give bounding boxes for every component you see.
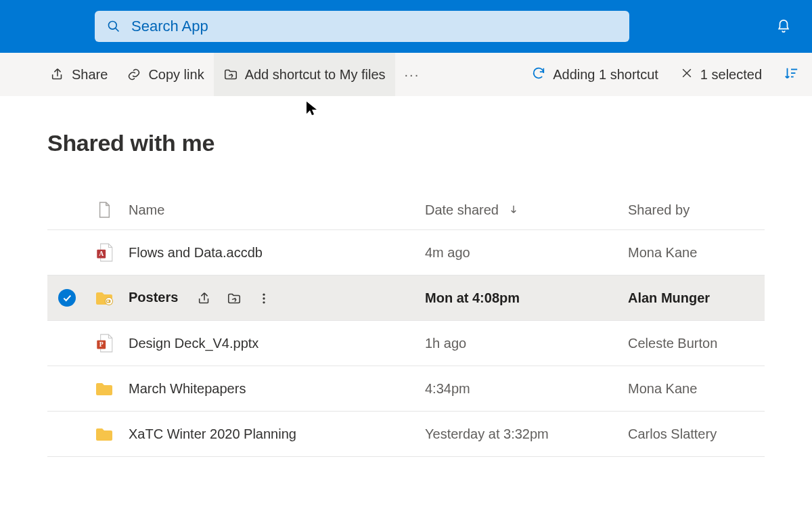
file-name: Flows and Data.accdb xyxy=(129,245,263,260)
file-name-cell[interactable]: Posters xyxy=(123,275,420,321)
search-input[interactable] xyxy=(130,17,617,36)
file-type-icon: P xyxy=(89,321,123,366)
date-shared-cell: Mon at 4:08pm xyxy=(420,275,623,321)
search-icon xyxy=(107,20,120,33)
copy-link-button[interactable]: Copy link xyxy=(117,53,213,96)
date-shared-cell: Yesterday at 3:32pm xyxy=(420,412,623,457)
sort-arrow-down-icon xyxy=(508,202,519,218)
share-icon xyxy=(50,67,65,82)
column-sharedby-label: Shared by xyxy=(628,202,690,217)
sort-icon xyxy=(784,66,798,84)
table-row[interactable]: AFlows and Data.accdb4m agoMona Kane xyxy=(47,230,765,275)
file-name-cell[interactable]: Flows and Data.accdb xyxy=(123,230,420,275)
file-icon xyxy=(95,200,114,220)
share-button[interactable]: Share xyxy=(41,53,117,96)
add-shortcut-button[interactable]: Add shortcut to My files xyxy=(214,53,395,96)
row-more-button[interactable] xyxy=(256,291,271,306)
adding-shortcut-label: Adding 1 shortcut xyxy=(553,67,658,83)
svg-text:P: P xyxy=(99,340,104,348)
checkmark-icon[interactable] xyxy=(58,289,76,307)
file-name: Design Deck_V4.pptx xyxy=(129,336,258,351)
shared-by-cell: Mona Kane xyxy=(623,230,765,275)
clear-selection-button[interactable]: 1 selected xyxy=(669,53,773,96)
file-table: Name Date shared Shared by AFlows and Da… xyxy=(47,190,765,457)
file-name-cell[interactable]: Design Deck_V4.pptx xyxy=(123,321,420,366)
sync-icon xyxy=(531,66,546,84)
svg-point-0 xyxy=(109,22,117,30)
row-select-cell[interactable] xyxy=(47,366,89,412)
svg-text:A: A xyxy=(99,250,104,257)
share-label: Share xyxy=(72,67,108,83)
folder-shortcut-icon xyxy=(223,67,238,82)
file-type-icon xyxy=(89,366,123,412)
file-name: XaTC Winter 2020 Planning xyxy=(129,426,296,441)
column-date-label: Date shared xyxy=(425,202,499,217)
file-name-cell[interactable]: March Whitepapers xyxy=(123,366,420,412)
file-name-cell[interactable]: XaTC Winter 2020 Planning xyxy=(123,412,420,457)
table-row[interactable]: PostersMon at 4:08pmAlan Munger xyxy=(47,275,765,321)
file-name: March Whitepapers xyxy=(129,381,246,396)
page-title: Shared with me xyxy=(47,130,765,156)
table-row[interactable]: March Whitepapers4:34pmMona Kane xyxy=(47,366,765,412)
shared-by-cell: Alan Munger xyxy=(623,275,765,321)
adding-shortcut-status: Adding 1 shortcut xyxy=(520,53,669,96)
shared-by-cell: Carlos Slattery xyxy=(623,412,765,457)
search-box[interactable] xyxy=(95,11,629,42)
selected-count-label: 1 selected xyxy=(700,67,762,83)
column-name-label: Name xyxy=(129,202,164,217)
command-bar: Share Copy link Add shortcut to My files… xyxy=(0,53,812,96)
column-header-type-icon xyxy=(89,190,123,230)
row-shortcut-button[interactable] xyxy=(227,291,242,306)
column-header-select[interactable] xyxy=(47,190,89,230)
date-shared-cell: 4m ago xyxy=(420,230,623,275)
row-select-cell[interactable] xyxy=(47,321,89,366)
file-type-icon: A xyxy=(89,230,123,275)
table-row[interactable]: XaTC Winter 2020 PlanningYesterday at 3:… xyxy=(47,412,765,457)
add-shortcut-label: Add shortcut to My files xyxy=(245,67,386,83)
column-header-date[interactable]: Date shared xyxy=(420,190,623,230)
date-shared-cell: 4:34pm xyxy=(420,366,623,412)
ellipsis-icon: ··· xyxy=(405,67,420,83)
notifications-button[interactable] xyxy=(769,12,798,41)
overflow-button[interactable]: ··· xyxy=(395,53,430,96)
row-select-cell[interactable] xyxy=(47,412,89,457)
row-select-cell[interactable] xyxy=(47,275,89,321)
app-header xyxy=(0,0,812,53)
copy-link-label: Copy link xyxy=(148,67,204,83)
table-row[interactable]: PDesign Deck_V4.pptx1h agoCeleste Burton xyxy=(47,321,765,366)
svg-line-1 xyxy=(116,28,119,32)
column-header-name[interactable]: Name xyxy=(123,190,420,230)
row-select-cell[interactable] xyxy=(47,230,89,275)
link-icon xyxy=(127,67,141,82)
shared-by-cell: Celeste Burton xyxy=(623,321,765,366)
svg-point-12 xyxy=(263,297,265,299)
shared-by-cell: Mona Kane xyxy=(623,366,765,412)
content-area: Shared with me Name Date shared xyxy=(0,96,812,457)
svg-point-11 xyxy=(263,293,265,295)
column-header-sharedby[interactable]: Shared by xyxy=(623,190,765,230)
sort-button[interactable] xyxy=(773,53,798,96)
file-type-icon xyxy=(89,275,123,321)
file-type-icon xyxy=(89,412,123,457)
svg-point-13 xyxy=(263,301,265,303)
file-name: Posters xyxy=(129,290,178,305)
row-share-button[interactable] xyxy=(197,291,212,306)
date-shared-cell: 1h ago xyxy=(420,321,623,366)
close-icon xyxy=(680,66,694,83)
